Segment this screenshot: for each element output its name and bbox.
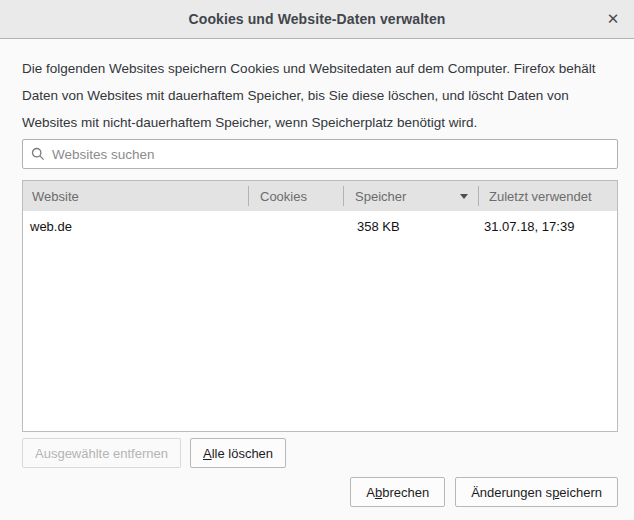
column-header-label: Speicher: [355, 189, 406, 204]
dialog-description: Die folgenden Websites speichern Cookies…: [22, 55, 618, 136]
table-header-row: Website Cookies Speicher Zuletzt verwend…: [23, 181, 617, 211]
manage-cookies-dialog: Cookies und Website-Daten verwalten ✕ Di…: [0, 0, 634, 520]
dialog-title: Cookies und Website-Daten verwalten: [189, 11, 446, 27]
button-label-part: lle löschen: [212, 446, 273, 461]
save-changes-button[interactable]: Änderungen speichern: [455, 477, 618, 507]
column-header-website[interactable]: Website: [23, 181, 249, 211]
dialog-content: Die folgenden Websites speichern Cookies…: [0, 39, 634, 507]
search-field-wrapper: [22, 139, 618, 169]
column-header-label: Website: [32, 189, 79, 204]
cell-speicher: 358 KB: [344, 211, 479, 242]
sort-descending-icon: [460, 194, 468, 199]
search-icon: [31, 147, 45, 161]
description-line: Die folgenden Websites speichern Cookies…: [22, 55, 618, 82]
remove-selected-button[interactable]: Ausgewählte entfernen: [22, 438, 181, 468]
close-icon: ✕: [607, 10, 620, 28]
button-label-part: A: [366, 485, 375, 500]
button-label-part: Änderungen s: [471, 485, 552, 500]
column-header-label: Cookies: [260, 189, 307, 204]
column-header-speicher[interactable]: Speicher: [344, 181, 479, 211]
clear-all-button[interactable]: Alle löschen: [190, 438, 286, 468]
search-input[interactable]: [22, 139, 618, 169]
close-button[interactable]: ✕: [600, 6, 626, 32]
cell-cookies: [249, 211, 344, 242]
site-data-table: Website Cookies Speicher Zuletzt verwend…: [22, 180, 618, 432]
dialog-action-buttons: Abbrechen Änderungen speichern: [22, 477, 618, 507]
table-body: web.de 358 KB 31.07.18, 17:39: [23, 211, 617, 431]
description-line: Daten von Websites mit dauerhaftem Speic…: [22, 82, 618, 109]
table-row[interactable]: web.de 358 KB 31.07.18, 17:39: [23, 211, 617, 242]
cell-zuletzt-verwendet: 31.07.18, 17:39: [479, 211, 617, 242]
description-line: Websites mit nicht-dauerhaftem Speicher,…: [22, 109, 618, 136]
table-action-buttons: Ausgewählte entfernen Alle löschen: [22, 438, 618, 468]
dialog-titlebar: Cookies und Website-Daten verwalten ✕: [0, 0, 634, 39]
button-label-part: brechen: [382, 485, 429, 500]
column-header-zuletzt-verwendet[interactable]: Zuletzt verwendet: [479, 181, 617, 211]
column-header-label: Zuletzt verwendet: [489, 189, 592, 204]
button-label-part: eichern: [559, 485, 602, 500]
column-header-cookies[interactable]: Cookies: [249, 181, 344, 211]
cell-website: web.de: [23, 211, 249, 242]
cancel-button[interactable]: Abbrechen: [350, 477, 445, 507]
button-accesskey: A: [203, 446, 212, 461]
